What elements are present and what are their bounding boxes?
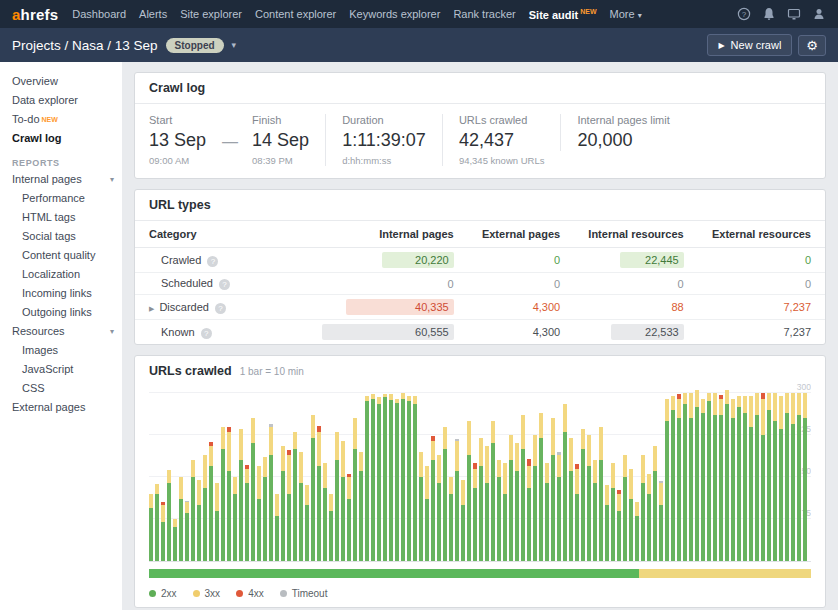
sidebar-item-label: To-do: [12, 110, 40, 129]
sidebar-item-content-quality[interactable]: Content quality: [12, 246, 122, 265]
bar-segment-2xx: [689, 418, 693, 561]
topnav-item-dashboard[interactable]: Dashboard: [72, 8, 126, 20]
sidebar-item-crawl-log[interactable]: Crawl log: [12, 129, 122, 148]
help-icon[interactable]: ?: [737, 7, 751, 21]
sidebar-item-localization[interactable]: Localization: [12, 265, 122, 284]
topnav-item-site-explorer[interactable]: Site explorer: [180, 8, 242, 20]
bar-segment-3xx: [491, 421, 495, 443]
sidebar-item-overview[interactable]: Overview: [12, 72, 122, 91]
legend-item-3xx[interactable]: 3xx: [193, 588, 221, 599]
stat-sub: 94,345 known URLs: [459, 155, 545, 166]
bar-segment-2xx: [377, 404, 381, 561]
bar-segment-2xx: [707, 401, 711, 561]
topnav-item-alerts[interactable]: Alerts: [139, 8, 167, 20]
chart-bar: [155, 484, 159, 561]
chart-subtitle: 1 bar = 10 min: [240, 366, 304, 377]
bar-segment-2xx: [647, 494, 651, 561]
bar-segment-2xx: [563, 432, 567, 561]
info-icon[interactable]: ?: [219, 279, 230, 290]
user-icon[interactable]: [812, 7, 826, 21]
ahrefs-logo[interactable]: ahrefs: [12, 6, 58, 23]
stat-label: Internal pages limit: [577, 114, 669, 126]
topnav-item-site-audit[interactable]: Site auditNEW: [529, 8, 597, 21]
sidebar-item-resources[interactable]: Resources▾: [12, 322, 122, 341]
bar-segment-3xx: [743, 396, 747, 413]
sidebar-item-internal-pages[interactable]: Internal pages▾: [12, 170, 122, 189]
topnav-item-content-explorer[interactable]: Content explorer: [255, 8, 336, 20]
chart-bar: [455, 439, 459, 561]
value-cell: 40,335: [308, 295, 468, 320]
bar-segment-2xx: [497, 477, 501, 561]
sidebar-item-data-explorer[interactable]: Data explorer: [12, 91, 122, 110]
value-cell: 22,533: [574, 320, 698, 345]
bar-segment-3xx: [221, 427, 225, 449]
topnav-item-more[interactable]: More▾: [610, 8, 642, 20]
chart-bar: [323, 463, 327, 561]
bar-segment-3xx: [773, 393, 777, 421]
bar-segment-3xx: [629, 469, 633, 500]
info-icon[interactable]: ?: [207, 256, 218, 267]
new-crawl-button[interactable]: ▶ New crawl: [707, 34, 792, 56]
sidebar-item-label: Outgoing links: [22, 303, 92, 322]
stat-internal-pages-limit: Internal pages limit20,000: [560, 114, 685, 151]
sidebar-item-external-pages[interactable]: External pages: [12, 398, 122, 417]
bar-segment-2xx: [251, 443, 255, 561]
bar-segment-3xx: [449, 477, 453, 494]
chart-bar: [731, 399, 735, 561]
chart-bar: [365, 396, 369, 561]
topnav-item-rank-tracker[interactable]: Rank tracker: [453, 8, 515, 20]
bar-segment-2xx: [347, 499, 351, 561]
sidebar-item-css[interactable]: CSS: [12, 379, 122, 398]
monitor-icon[interactable]: [787, 7, 801, 21]
sidebar-item-images[interactable]: Images: [12, 341, 122, 360]
breadcrumb-text[interactable]: Projects / Nasa / 13 Sep: [12, 38, 158, 53]
cell-value: 22,445: [620, 252, 684, 268]
bar-segment-3xx: [497, 460, 501, 477]
chart-bar: [677, 394, 681, 561]
bar-segment-2xx: [167, 483, 171, 561]
chart-bar: [695, 390, 699, 561]
bell-icon[interactable]: [762, 7, 776, 21]
legend-item-timeout[interactable]: Timeout: [280, 588, 328, 599]
info-icon[interactable]: ?: [201, 328, 212, 339]
legend-item-4xx[interactable]: 4xx: [236, 588, 264, 599]
sidebar-item-to-do[interactable]: To-doNEW: [12, 110, 122, 129]
category-cell: ▶Discarded?: [135, 295, 308, 320]
chart-bar: [473, 463, 477, 561]
crawl-stats: Start13 Sep09:00 AM—Finish14 Sep08:39 PM…: [135, 104, 825, 178]
info-icon[interactable]: ?: [215, 303, 226, 314]
value-cell: 60,555: [308, 320, 468, 345]
settings-button[interactable]: ⚙: [798, 35, 826, 56]
column-header-category: Category: [135, 221, 308, 248]
chevron-down-icon[interactable]: ▾: [110, 170, 114, 189]
sidebar-item-social-tags[interactable]: Social tags: [12, 227, 122, 246]
url-types-title: URL types: [149, 198, 211, 212]
cell-value: 4,300: [533, 326, 561, 338]
chart-minimap[interactable]: [149, 569, 811, 578]
svg-text:?: ?: [742, 10, 747, 19]
legend-item-2xx[interactable]: 2xx: [149, 588, 177, 599]
bar-segment-3xx: [161, 505, 165, 522]
category-label: Known: [161, 326, 195, 338]
sidebar-item-outgoing-links[interactable]: Outgoing links: [12, 303, 122, 322]
bar-segment-3xx: [227, 432, 231, 471]
sidebar-item-label: HTML tags: [22, 208, 75, 227]
sidebar-item-html-tags[interactable]: HTML tags: [12, 208, 122, 227]
sidebar-item-javascript[interactable]: JavaScript: [12, 360, 122, 379]
topnav-item-keywords-explorer[interactable]: Keywords explorer: [349, 8, 440, 20]
bar-segment-2xx: [713, 415, 717, 561]
bar-segment-2xx: [521, 449, 525, 561]
bar-segment-2xx: [779, 429, 783, 561]
chevron-down-icon[interactable]: ▾: [110, 322, 114, 341]
bar-segment-2xx: [629, 499, 633, 561]
expand-icon[interactable]: ▶: [149, 305, 154, 312]
chart-bar: [779, 396, 783, 561]
sidebar-item-label: Localization: [22, 265, 80, 284]
sidebar-item-performance[interactable]: Performance: [12, 189, 122, 208]
bar-segment-3xx: [179, 477, 183, 499]
chevron-down-icon[interactable]: ▾: [232, 40, 237, 50]
chart-bar: [197, 480, 201, 561]
sidebar-item-incoming-links[interactable]: Incoming links: [12, 284, 122, 303]
chart-bar: [389, 394, 393, 561]
bar-segment-3xx: [533, 435, 537, 466]
